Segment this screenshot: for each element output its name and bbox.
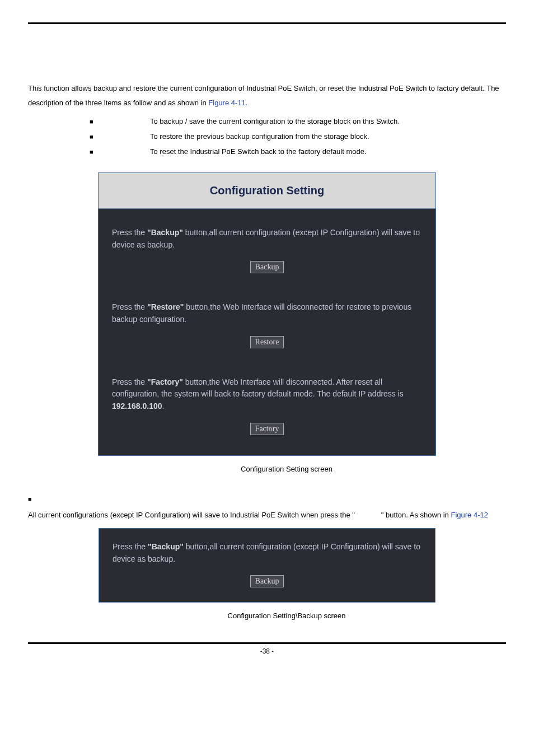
panel-body: Press the "Backup" button,all current co…	[99, 209, 435, 455]
figure-caption-text: Configuration Setting\Backup screen	[228, 612, 346, 620]
figure-4-12-caption: Figure 4-12 Configuration Setting\Backup…	[28, 612, 506, 620]
square-bullet-icon: ■	[90, 133, 100, 140]
bullet-term: Restore -	[100, 132, 150, 141]
figure-number: Figure 4-11	[202, 465, 241, 473]
intro-post: .	[246, 99, 248, 107]
bullet-desc: To reset the Industrial PoE Switch back …	[150, 147, 506, 156]
restore-button[interactable]: Restore	[250, 336, 284, 348]
t: Press the	[112, 377, 147, 386]
t: " button. As shown in	[381, 511, 451, 519]
panel-text: Press the "Backup" button,all current co…	[113, 541, 421, 565]
figure-link-4-11[interactable]: Figure 4-11	[208, 99, 245, 107]
square-bullet-icon: ■ Backup	[28, 496, 506, 502]
config-setting-panel: Configuration Setting Press the "Backup"…	[98, 172, 436, 456]
factory-button[interactable]: Factory	[250, 423, 284, 435]
t: .	[162, 402, 165, 410]
bullet-term: Backup -	[100, 117, 150, 125]
backup-panel: Press the "Backup" button,all current co…	[99, 528, 435, 603]
section-number: 4.5.4 Configuration Setting	[28, 58, 506, 67]
intro-pre: This function allows backup and restore …	[28, 84, 499, 107]
square-bullet-icon: ■	[90, 118, 100, 125]
panel-cell-backup: Press the "Backup" button,all current co…	[109, 217, 425, 277]
t: Press the	[112, 228, 147, 237]
bullet-row-backup: ■ Backup - To backup / save the current …	[90, 117, 506, 125]
bullet-row-restore: ■ Restore - To restore the previous back…	[90, 132, 506, 141]
t-bold: "Backup"	[147, 228, 183, 237]
bottom-rule	[28, 642, 506, 644]
square-bullet-icon: ■	[90, 148, 100, 155]
bullet-list: ■ Backup - To backup / save the current …	[90, 117, 506, 156]
intro-paragraph: This function allows backup and restore …	[28, 81, 506, 110]
panel-text: Press the "Restore" button,the Web Inter…	[112, 301, 422, 325]
sub-term: Backup	[34, 496, 56, 502]
bullet-row-factory: ■ Factory - To reset the Industrial PoE …	[90, 147, 506, 156]
t: Press the	[113, 542, 148, 551]
invisible-button-name: Backup	[355, 511, 381, 519]
panel-cell-restore: Press the "Restore" button,the Web Inter…	[109, 277, 425, 351]
panel-title: Configuration Setting	[99, 173, 435, 208]
t: Press the	[112, 302, 147, 311]
bullet-term: Factory -	[100, 147, 150, 156]
ip-bold: 192.168.0.100	[112, 402, 162, 410]
figure-4-11-caption: Figure 4-11 Configuration Setting screen	[28, 465, 506, 473]
panel-cell-factory: Press the "Factory" button,the Web Inter…	[109, 352, 425, 438]
t: All current configurations (except IP Co…	[28, 511, 355, 519]
figure-link-4-12[interactable]: Figure 4-12	[451, 511, 488, 519]
backup-subsection-text: All current configurations (except IP Co…	[28, 508, 506, 522]
bullet-desc: To backup / save the current configurati…	[150, 117, 506, 125]
backup-button[interactable]: Backup	[250, 575, 284, 587]
figure-number: Figure 4-12	[188, 612, 227, 620]
t-bold: "Factory"	[147, 377, 183, 386]
figure-caption-text: Configuration Setting screen	[241, 465, 332, 473]
t-bold: "Backup"	[148, 542, 184, 551]
t-bold: "Restore"	[147, 302, 184, 311]
panel-text: Press the "Backup" button,all current co…	[112, 227, 422, 251]
panel-text: Press the "Factory" button,the Web Inter…	[112, 376, 422, 413]
page-number: -38 -	[28, 647, 506, 655]
top-rule	[28, 22, 506, 24]
page: 4.5.4 Configuration Setting This functio…	[0, 0, 534, 672]
bullet-desc: To restore the previous backup configura…	[150, 132, 506, 141]
backup-button[interactable]: Backup	[250, 261, 284, 273]
